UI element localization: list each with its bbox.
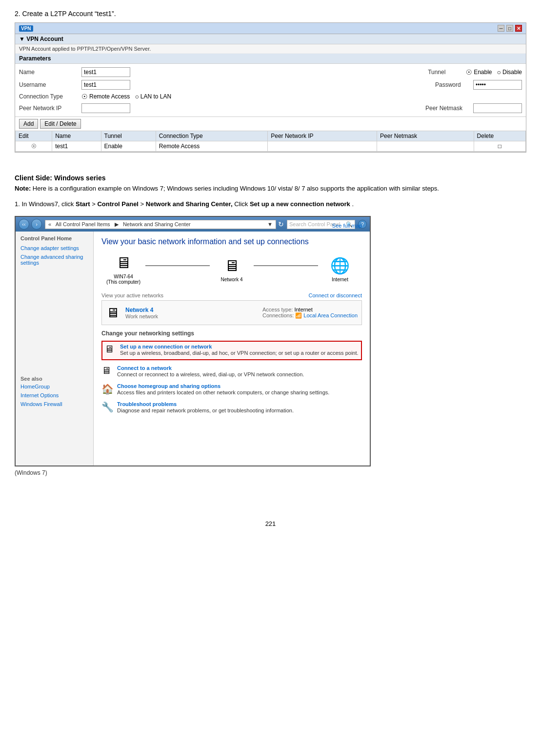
connection-type-radio-group: ☉ Remote Access ○ LAN to LAN (81, 93, 171, 100)
network-label: Network and Sharing Center, (146, 200, 233, 208)
refresh-icon[interactable]: ↻ (278, 220, 284, 228)
local-area-connection-link[interactable]: Local Area Connection (303, 312, 358, 318)
col-peer-network-ip: Peer Network IP (268, 131, 377, 141)
network-icon: 🖥 (224, 257, 240, 275)
sidebar-link-firewall[interactable]: Windows Firewall (20, 401, 88, 407)
remote-access-radio[interactable]: ☉ (81, 93, 88, 100)
tunnel-disable-radio[interactable]: ○ (497, 68, 501, 76)
win-titlebar: ‹‹ › « All Control Panel Items ▶ Network… (16, 217, 370, 232)
vpn-section-header: ▼ VPN Account (15, 34, 526, 44)
setting-homegroup: 🏠 Choose homegroup and sharing options A… (101, 383, 362, 396)
setting-setup-connection[interactable]: 🖥 Set up a new connection or network Set… (101, 341, 362, 360)
table-row: ☉ test1 Enable Remote Access □ (16, 141, 526, 152)
troubleshoot-title[interactable]: Troubleshoot problems (117, 401, 294, 407)
peer-netmask-input[interactable] (473, 103, 522, 113)
view-active-label: View your active networks (101, 292, 163, 298)
vpn-section-title: VPN Account (26, 36, 63, 42)
cell-delete[interactable]: □ (474, 141, 525, 152)
lan-to-lan-radio[interactable]: ○ (135, 93, 139, 100)
tunnel-enable-option[interactable]: ☉ Enable (466, 68, 492, 76)
username-input[interactable] (81, 80, 130, 90)
connection-type-label: Connection Type (19, 93, 78, 100)
setting-connect-network: 🖥 Connect to a network Connect or reconn… (101, 365, 362, 378)
sidebar-link-adapter[interactable]: Change adapter settings (20, 245, 88, 251)
homegroup-desc: Access files and printers located on oth… (117, 389, 329, 396)
vpn-account-section: ▼ VPN Account VPN Account applied to PPT… (15, 34, 526, 152)
vpn-form-row-peer: Peer Network IP Peer Netmask (19, 102, 522, 115)
computer-icon: 🖥 (116, 254, 131, 272)
troubleshoot-content: Troubleshoot problems Diagnose and repai… (117, 401, 294, 414)
net-item-computer: 🖥 WIN7-64(This computer) (101, 254, 145, 285)
period: . (352, 200, 354, 208)
add-button[interactable]: Add (19, 119, 38, 129)
homegroup-content: Choose homegroup and sharing options Acc… (117, 383, 329, 396)
win-main: View your basic network information and … (94, 232, 370, 465)
back-button[interactable]: ‹‹ (19, 219, 29, 230)
net-line-2 (254, 265, 318, 266)
win-maximize-icon[interactable]: □ (506, 25, 513, 32)
col-delete: Delete (474, 131, 525, 141)
win-close-icon[interactable]: ✕ (515, 25, 522, 32)
win-minimize-icon[interactable]: ─ (498, 25, 504, 32)
win-sidebar: Control Panel Home Change adapter settin… (16, 232, 94, 465)
client-side-heading: Client Side: Windows series (15, 174, 526, 182)
forward-button[interactable]: › (31, 219, 42, 230)
computer-label: WIN7-64(This computer) (106, 274, 140, 285)
vpn-form-row-connection-type: Connection Type ☉ Remote Access ○ LAN to… (19, 91, 522, 102)
dropdown-arrow[interactable]: ▼ (267, 221, 273, 227)
lan-to-lan-option[interactable]: ○ LAN to LAN (135, 93, 171, 100)
name-label: Name (19, 69, 78, 76)
win-body: Control Panel Home Change adapter settin… (16, 232, 370, 465)
peer-netmask-label: Peer Netmask (425, 105, 469, 112)
network-type: Work network (125, 313, 257, 319)
windows-screenshot: ‹‹ › « All Control Panel Items ▶ Network… (15, 216, 371, 466)
connect-network-icon: 🖥 (101, 365, 113, 376)
sidebar-link-homegroup[interactable]: HomeGroup (20, 384, 88, 389)
access-type-label: Access type: (262, 307, 294, 312)
vpn-section-note: VPN Account applied to PPTP/L2TP/Open/VP… (15, 44, 526, 54)
sidebar-link-advanced[interactable]: Change advanced sharing settings (20, 254, 88, 266)
vpn-icon: VPN (19, 25, 33, 32)
step2-header: 2. Create a L2TP Account “test1”. (15, 10, 526, 18)
name-input[interactable] (81, 67, 130, 77)
breadcrumb[interactable]: « All Control Panel Items ▶ Network and … (45, 220, 276, 229)
cell-peer-netmask (377, 141, 474, 152)
col-connection-type: Connection Type (156, 131, 267, 141)
connect-disconnect-link[interactable]: Connect or disconnect (309, 292, 362, 298)
col-name: Name (52, 131, 101, 141)
tunnel-enable-radio[interactable]: ☉ (466, 68, 472, 76)
setup-connection-content: Set up a new connection or network Set u… (120, 344, 359, 357)
vpn-buttons: Add Edit / Delete (15, 116, 526, 131)
setup-connection-desc: Set up a wireless, broadband, dial-up, a… (120, 349, 359, 357)
note-paragraph: Note: Here is a configuration example on… (15, 184, 526, 194)
see-also-label: See also (20, 376, 88, 382)
control-panel-label: Control Panel (97, 200, 139, 208)
peer-network-ip-input[interactable] (81, 103, 130, 113)
caption: (Windows 7) (15, 469, 526, 476)
tunnel-enable-label: Enable (474, 69, 492, 76)
setup-label: Set up a new connection network (250, 200, 350, 208)
connections-row: Connections: 📶 Local Area Connection (262, 312, 358, 319)
edit-delete-button[interactable]: Edit / Delete (40, 119, 80, 129)
refresh-area: ↻ (278, 220, 284, 228)
click-label: Click (234, 200, 250, 208)
main-title: View your basic network information and … (101, 237, 309, 246)
network-label: Network 4 (220, 277, 242, 282)
see-full-map-link[interactable]: See full map (332, 223, 362, 229)
vpn-form-row-username: Username Password (19, 78, 522, 91)
tunnel-disable-option[interactable]: ○ Disable (497, 68, 522, 76)
network-info: Network 4 Work network (125, 307, 257, 319)
setup-connection-title[interactable]: Set up a new connection or network (120, 344, 359, 349)
username-label: Username (19, 81, 78, 88)
cell-edit[interactable]: ☉ (16, 141, 52, 152)
remote-access-option[interactable]: ☉ Remote Access (81, 93, 130, 100)
cell-connection-type: Remote Access (156, 141, 267, 152)
vpn-titlebar: VPN ─ □ ✕ (15, 23, 526, 34)
homegroup-title[interactable]: Choose homegroup and sharing options (117, 383, 329, 389)
cell-name: test1 (52, 141, 101, 152)
connect-network-content: Connect to a network Connect or reconnec… (117, 365, 304, 378)
sidebar-link-internet-options[interactable]: Internet Options (20, 392, 88, 398)
connect-network-title[interactable]: Connect to a network (117, 365, 304, 371)
active-network-icon: 🖥 (106, 305, 120, 321)
password-input[interactable] (473, 80, 522, 90)
